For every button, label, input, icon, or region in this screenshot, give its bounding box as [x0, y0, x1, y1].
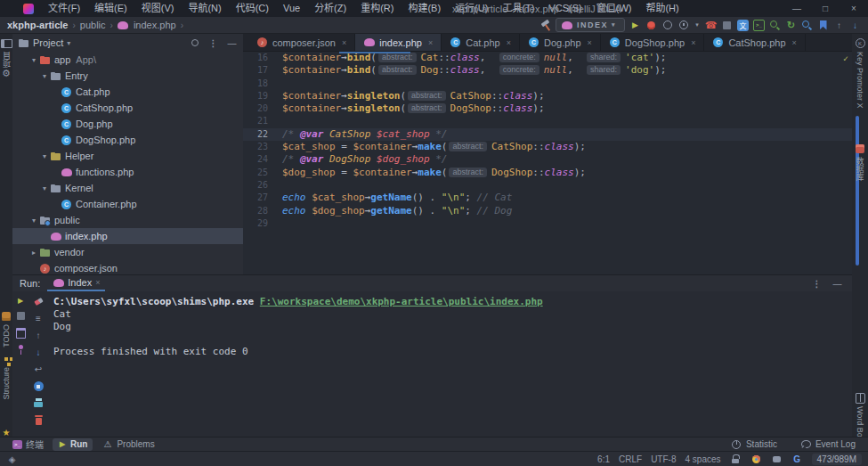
chevron-down-icon[interactable]: ▾	[67, 39, 70, 47]
locate-icon[interactable]	[189, 37, 200, 49]
stripe-button-TODO[interactable]: TODO	[0, 310, 12, 347]
menu-item-13[interactable]: 帮助(H)	[638, 0, 685, 17]
run-config-selector[interactable]: INDEX▾	[556, 18, 625, 32]
google-icon[interactable]: G	[791, 454, 803, 465]
tree-item-CatShop.php[interactable]: CatShop.php	[12, 100, 243, 116]
toolwindow-button-Event Log[interactable]: Event Log	[795, 438, 861, 451]
close-icon[interactable]: ×	[428, 38, 433, 47]
tab-DogShop.php[interactable]: DogShop.php×	[601, 34, 705, 51]
chevron-down-icon[interactable]: ▾	[39, 72, 50, 80]
tab-composer.json[interactable]: composer.json×	[248, 34, 355, 51]
chevron-down-icon[interactable]: ▾	[39, 152, 50, 160]
stripe-button-数据库[interactable]: 数据库	[852, 143, 868, 181]
memory-indicator[interactable]: 473/989M	[812, 454, 862, 465]
tree-item-Cat.php[interactable]: Cat.php	[12, 84, 243, 100]
close-button[interactable]: ×	[840, 0, 868, 17]
tree-item-Helper[interactable]: ▾Helper	[12, 148, 243, 164]
chrome-icon[interactable]	[750, 454, 762, 465]
minimize-icon[interactable]: —	[226, 37, 238, 49]
play-icon[interactable]: ▶	[629, 20, 641, 31]
stripe-button-项目[interactable]: 项目	[0, 37, 12, 68]
tab-Cat.php[interactable]: Cat.php×	[442, 34, 520, 51]
breadcrumb-item-1[interactable]: public	[80, 20, 106, 30]
caret-icon[interactable]: ▾	[694, 20, 701, 31]
close-icon[interactable]: ×	[691, 38, 695, 47]
maximize-button[interactable]: □	[811, 0, 840, 17]
toolwindow-button-Problems[interactable]: ⚠Problems	[96, 438, 159, 451]
code-editor[interactable]: ✓ 16$container→bind(abstract:Cat::class,…	[243, 52, 852, 274]
toolwindow-button-终端[interactable]: >_终端	[7, 438, 49, 451]
arrow-down-icon[interactable]: ↓	[33, 347, 45, 358]
menu-item-6[interactable]: 分析(Z)	[307, 0, 353, 17]
chevron-down-icon[interactable]: ▾	[28, 56, 39, 64]
menu-item-0[interactable]: 文件(F)	[41, 0, 87, 17]
stripe-toggle-icon[interactable]: ◈	[6, 454, 18, 465]
play-sm-icon[interactable]: ▶	[16, 296, 25, 305]
coverage-icon[interactable]	[661, 20, 673, 31]
profiler-icon[interactable]	[677, 20, 689, 31]
chevron-right-icon[interactable]: ▸	[28, 249, 39, 257]
run-console[interactable]: C:\Users\syfxl\scoop\shims\php.exe F:\wo…	[53, 291, 848, 435]
menu-item-2[interactable]: 视图(V)	[134, 0, 182, 17]
tree-item-Entry[interactable]: ▾Entry	[12, 68, 243, 84]
chevron-down-icon[interactable]: ▾	[39, 184, 50, 192]
more-icon[interactable]: ⋮	[207, 37, 219, 49]
stripe-button-Structure[interactable]: Structure	[0, 353, 12, 400]
stripe-button-gear[interactable]: ⚙	[0, 68, 12, 79]
run-tab-index[interactable]: Index ×	[47, 275, 105, 291]
arrow-down-icon[interactable]: ↓	[849, 20, 861, 31]
close-icon[interactable]: ×	[792, 38, 797, 47]
console-file-link[interactable]: F:\workspace\demo\xkphp-article\public\i…	[260, 296, 543, 307]
line-separator[interactable]: CRLF	[619, 454, 642, 464]
bug-icon[interactable]	[645, 20, 657, 31]
menu-item-4[interactable]: 代码(C)	[229, 0, 276, 17]
minimize-icon[interactable]: —	[831, 278, 843, 290]
stop-icon[interactable]	[15, 310, 27, 322]
stop-icon[interactable]	[721, 20, 733, 31]
inspections-ok-icon[interactable]: ✓	[843, 53, 848, 63]
translate-icon[interactable]: 文	[737, 20, 749, 31]
tab-index.php[interactable]: index.php×	[355, 34, 442, 51]
eraser-icon[interactable]	[33, 296, 45, 307]
robot-icon[interactable]	[771, 454, 783, 465]
tree-item-vendor[interactable]: ▸vendor	[12, 244, 243, 260]
file-encoding[interactable]: UTF-8	[651, 454, 676, 464]
more-icon[interactable]: ⋮	[811, 278, 823, 290]
menu-item-7[interactable]: 重构(R)	[353, 0, 401, 17]
printer-icon[interactable]	[33, 397, 45, 409]
breadcrumb-item-0[interactable]: xkphp-article	[7, 20, 68, 30]
tree-item-Container.php[interactable]: Container.php	[12, 196, 243, 212]
lock-icon[interactable]	[730, 454, 742, 465]
bookmark-icon[interactable]	[817, 20, 829, 31]
hammer-icon[interactable]	[539, 20, 551, 31]
indent-style[interactable]: 4 spaces	[685, 454, 720, 464]
scrollend-icon[interactable]	[33, 380, 45, 392]
menu-item-5[interactable]: Vue	[276, 0, 307, 17]
close-icon[interactable]: ×	[95, 278, 100, 287]
trash-icon[interactable]	[33, 414, 45, 426]
search-blue-icon[interactable]	[801, 20, 813, 31]
tree-item-Dog.php[interactable]: Dog.php	[12, 116, 243, 132]
toolwindow-button-Statistic[interactable]: Statistic	[726, 438, 783, 451]
menu-item-3[interactable]: 导航(N)	[181, 0, 228, 17]
terminal-g-icon[interactable]: >_	[753, 20, 765, 31]
tree-item-functions.php[interactable]: functions.php	[12, 164, 243, 180]
tree-item-DogShop.php[interactable]: DogShop.php	[12, 132, 243, 148]
close-icon[interactable]: ×	[588, 38, 592, 47]
filter-icon[interactable]: ≡	[33, 313, 45, 324]
close-icon[interactable]: ×	[507, 38, 511, 47]
tree-item-Kernel[interactable]: ▾Kernel	[12, 180, 243, 196]
tree-item-index.php[interactable]: index.php	[12, 228, 243, 244]
tree-item-public[interactable]: ▾public	[12, 212, 243, 228]
breadcrumb-item-2[interactable]: index.php	[134, 20, 176, 30]
search-green-icon[interactable]	[769, 20, 781, 31]
arrow-up-icon[interactable]: ↑	[833, 20, 845, 31]
layout-icon[interactable]	[15, 327, 27, 339]
toolwindow-button-Run[interactable]: ▶Run	[53, 438, 93, 451]
wrap-icon[interactable]: ↩	[33, 364, 45, 375]
caret-position[interactable]: 6:1	[597, 454, 610, 464]
phone-icon[interactable]: ☎	[705, 20, 717, 31]
menu-item-8[interactable]: 构建(B)	[401, 0, 448, 17]
tree-item-composer.json[interactable]: composer.json	[12, 260, 243, 274]
tab-CatShop.php[interactable]: CatShop.php×	[704, 34, 805, 51]
